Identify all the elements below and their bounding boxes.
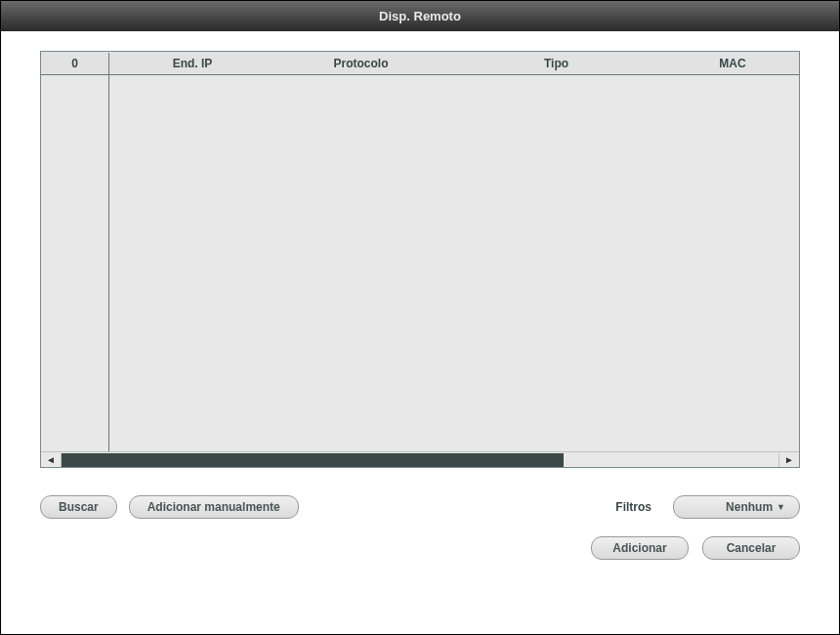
- filter-label: Filtros: [615, 500, 651, 514]
- column-header-protocol[interactable]: Protocolo: [275, 53, 446, 74]
- scroll-track[interactable]: [61, 453, 779, 467]
- filter-selected-value: Nenhum: [726, 500, 773, 514]
- table-index-column: [41, 75, 109, 451]
- table-header-row: 0 End. IP Protocolo Tipo MAC: [41, 52, 799, 75]
- chevron-down-icon: ▼: [777, 502, 785, 512]
- column-header-ip[interactable]: End. IP: [109, 53, 275, 74]
- window-title: Disp. Remoto: [379, 9, 461, 23]
- column-header-mac[interactable]: MAC: [666, 53, 799, 74]
- add-button[interactable]: Adicionar: [591, 536, 689, 560]
- horizontal-scrollbar[interactable]: ◄ ►: [41, 451, 799, 467]
- table-body: [41, 75, 799, 451]
- column-header-count[interactable]: 0: [41, 53, 109, 74]
- add-manual-button[interactable]: Adicionar manualmente: [129, 495, 299, 519]
- scroll-left-arrow[interactable]: ◄: [41, 452, 61, 468]
- cancel-button[interactable]: Cancelar: [702, 536, 800, 560]
- window-titlebar: Disp. Remoto: [1, 1, 839, 31]
- scroll-thumb[interactable]: [62, 453, 564, 467]
- table-data-area: [109, 75, 799, 451]
- scroll-right-arrow[interactable]: ►: [779, 452, 799, 468]
- dialog-window: Disp. Remoto 0 End. IP Protocolo Tipo MA…: [0, 0, 840, 635]
- action-row-1: Buscar Adicionar manualmente Filtros Nen…: [40, 495, 800, 519]
- column-header-type[interactable]: Tipo: [446, 53, 666, 74]
- action-row-2: Adicionar Cancelar: [40, 536, 800, 560]
- dialog-content: 0 End. IP Protocolo Tipo MAC ◄ ► Buscar …: [1, 31, 839, 634]
- filter-dropdown[interactable]: Nenhum ▼: [673, 495, 800, 519]
- device-table: 0 End. IP Protocolo Tipo MAC ◄ ►: [40, 51, 800, 468]
- search-button[interactable]: Buscar: [40, 495, 117, 519]
